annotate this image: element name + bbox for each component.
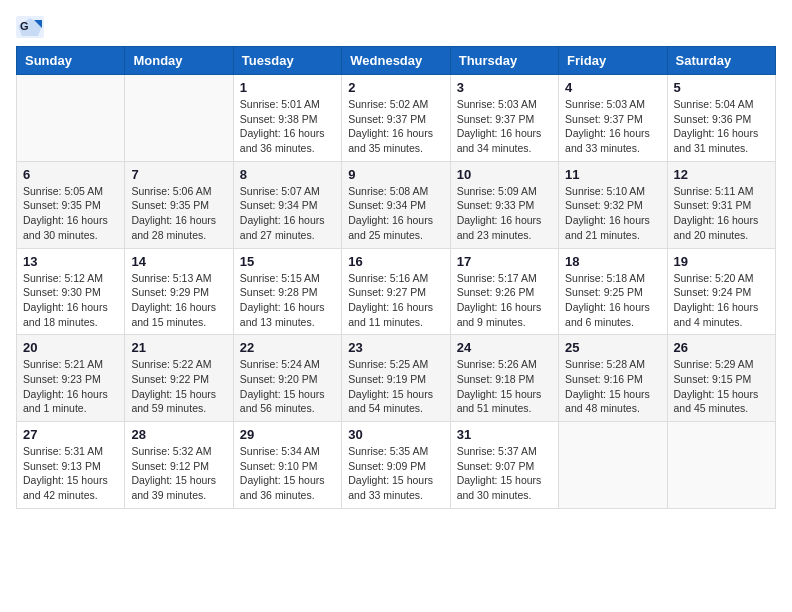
- day-number: 29: [240, 427, 335, 442]
- day-number: 31: [457, 427, 552, 442]
- day-number: 13: [23, 254, 118, 269]
- day-detail: Sunrise: 5:24 AM Sunset: 9:20 PM Dayligh…: [240, 357, 335, 416]
- day-number: 10: [457, 167, 552, 182]
- day-detail: Sunrise: 5:25 AM Sunset: 9:19 PM Dayligh…: [348, 357, 443, 416]
- calendar-week-row: 6Sunrise: 5:05 AM Sunset: 9:35 PM Daylig…: [17, 161, 776, 248]
- day-detail: Sunrise: 5:32 AM Sunset: 9:12 PM Dayligh…: [131, 444, 226, 503]
- calendar-cell: 30Sunrise: 5:35 AM Sunset: 9:09 PM Dayli…: [342, 422, 450, 509]
- day-number: 2: [348, 80, 443, 95]
- day-number: 21: [131, 340, 226, 355]
- calendar-week-row: 20Sunrise: 5:21 AM Sunset: 9:23 PM Dayli…: [17, 335, 776, 422]
- calendar-cell: 29Sunrise: 5:34 AM Sunset: 9:10 PM Dayli…: [233, 422, 341, 509]
- day-number: 30: [348, 427, 443, 442]
- day-detail: Sunrise: 5:15 AM Sunset: 9:28 PM Dayligh…: [240, 271, 335, 330]
- day-detail: Sunrise: 5:01 AM Sunset: 9:38 PM Dayligh…: [240, 97, 335, 156]
- day-detail: Sunrise: 5:26 AM Sunset: 9:18 PM Dayligh…: [457, 357, 552, 416]
- day-detail: Sunrise: 5:05 AM Sunset: 9:35 PM Dayligh…: [23, 184, 118, 243]
- weekday-header-row: SundayMondayTuesdayWednesdayThursdayFrid…: [17, 47, 776, 75]
- day-detail: Sunrise: 5:34 AM Sunset: 9:10 PM Dayligh…: [240, 444, 335, 503]
- day-detail: Sunrise: 5:09 AM Sunset: 9:33 PM Dayligh…: [457, 184, 552, 243]
- day-detail: Sunrise: 5:07 AM Sunset: 9:34 PM Dayligh…: [240, 184, 335, 243]
- day-number: 25: [565, 340, 660, 355]
- calendar-cell: 28Sunrise: 5:32 AM Sunset: 9:12 PM Dayli…: [125, 422, 233, 509]
- calendar-week-row: 27Sunrise: 5:31 AM Sunset: 9:13 PM Dayli…: [17, 422, 776, 509]
- day-number: 7: [131, 167, 226, 182]
- day-number: 9: [348, 167, 443, 182]
- day-number: 28: [131, 427, 226, 442]
- calendar-cell: 17Sunrise: 5:17 AM Sunset: 9:26 PM Dayli…: [450, 248, 558, 335]
- calendar-cell: 10Sunrise: 5:09 AM Sunset: 9:33 PM Dayli…: [450, 161, 558, 248]
- day-number: 24: [457, 340, 552, 355]
- day-number: 18: [565, 254, 660, 269]
- calendar-cell: 13Sunrise: 5:12 AM Sunset: 9:30 PM Dayli…: [17, 248, 125, 335]
- day-detail: Sunrise: 5:04 AM Sunset: 9:36 PM Dayligh…: [674, 97, 769, 156]
- calendar-cell: 25Sunrise: 5:28 AM Sunset: 9:16 PM Dayli…: [559, 335, 667, 422]
- day-number: 12: [674, 167, 769, 182]
- calendar-cell: 4Sunrise: 5:03 AM Sunset: 9:37 PM Daylig…: [559, 75, 667, 162]
- calendar-cell: 22Sunrise: 5:24 AM Sunset: 9:20 PM Dayli…: [233, 335, 341, 422]
- day-number: 19: [674, 254, 769, 269]
- calendar-cell: 21Sunrise: 5:22 AM Sunset: 9:22 PM Dayli…: [125, 335, 233, 422]
- day-detail: Sunrise: 5:13 AM Sunset: 9:29 PM Dayligh…: [131, 271, 226, 330]
- calendar-cell: 31Sunrise: 5:37 AM Sunset: 9:07 PM Dayli…: [450, 422, 558, 509]
- day-number: 11: [565, 167, 660, 182]
- weekday-header: Sunday: [17, 47, 125, 75]
- calendar-cell: 19Sunrise: 5:20 AM Sunset: 9:24 PM Dayli…: [667, 248, 775, 335]
- calendar-cell: 16Sunrise: 5:16 AM Sunset: 9:27 PM Dayli…: [342, 248, 450, 335]
- calendar-week-row: 1Sunrise: 5:01 AM Sunset: 9:38 PM Daylig…: [17, 75, 776, 162]
- day-number: 6: [23, 167, 118, 182]
- calendar-cell: 8Sunrise: 5:07 AM Sunset: 9:34 PM Daylig…: [233, 161, 341, 248]
- svg-text:G: G: [20, 20, 29, 32]
- calendar-cell: 20Sunrise: 5:21 AM Sunset: 9:23 PM Dayli…: [17, 335, 125, 422]
- calendar-cell: 15Sunrise: 5:15 AM Sunset: 9:28 PM Dayli…: [233, 248, 341, 335]
- day-detail: Sunrise: 5:22 AM Sunset: 9:22 PM Dayligh…: [131, 357, 226, 416]
- calendar-cell: 12Sunrise: 5:11 AM Sunset: 9:31 PM Dayli…: [667, 161, 775, 248]
- weekday-header: Thursday: [450, 47, 558, 75]
- calendar-cell: 24Sunrise: 5:26 AM Sunset: 9:18 PM Dayli…: [450, 335, 558, 422]
- day-detail: Sunrise: 5:12 AM Sunset: 9:30 PM Dayligh…: [23, 271, 118, 330]
- day-number: 14: [131, 254, 226, 269]
- day-number: 17: [457, 254, 552, 269]
- weekday-header: Saturday: [667, 47, 775, 75]
- day-number: 5: [674, 80, 769, 95]
- calendar-table: SundayMondayTuesdayWednesdayThursdayFrid…: [16, 46, 776, 509]
- calendar-cell: 1Sunrise: 5:01 AM Sunset: 9:38 PM Daylig…: [233, 75, 341, 162]
- calendar-cell: 18Sunrise: 5:18 AM Sunset: 9:25 PM Dayli…: [559, 248, 667, 335]
- day-detail: Sunrise: 5:20 AM Sunset: 9:24 PM Dayligh…: [674, 271, 769, 330]
- logo-icon: G: [16, 16, 44, 38]
- day-detail: Sunrise: 5:11 AM Sunset: 9:31 PM Dayligh…: [674, 184, 769, 243]
- day-detail: Sunrise: 5:02 AM Sunset: 9:37 PM Dayligh…: [348, 97, 443, 156]
- day-number: 20: [23, 340, 118, 355]
- calendar-cell: [667, 422, 775, 509]
- calendar-cell: 11Sunrise: 5:10 AM Sunset: 9:32 PM Dayli…: [559, 161, 667, 248]
- day-number: 4: [565, 80, 660, 95]
- day-detail: Sunrise: 5:29 AM Sunset: 9:15 PM Dayligh…: [674, 357, 769, 416]
- day-detail: Sunrise: 5:03 AM Sunset: 9:37 PM Dayligh…: [565, 97, 660, 156]
- weekday-header: Tuesday: [233, 47, 341, 75]
- calendar-cell: 23Sunrise: 5:25 AM Sunset: 9:19 PM Dayli…: [342, 335, 450, 422]
- calendar-cell: 3Sunrise: 5:03 AM Sunset: 9:37 PM Daylig…: [450, 75, 558, 162]
- calendar-cell: 27Sunrise: 5:31 AM Sunset: 9:13 PM Dayli…: [17, 422, 125, 509]
- weekday-header: Friday: [559, 47, 667, 75]
- day-number: 8: [240, 167, 335, 182]
- day-detail: Sunrise: 5:18 AM Sunset: 9:25 PM Dayligh…: [565, 271, 660, 330]
- day-detail: Sunrise: 5:06 AM Sunset: 9:35 PM Dayligh…: [131, 184, 226, 243]
- day-detail: Sunrise: 5:10 AM Sunset: 9:32 PM Dayligh…: [565, 184, 660, 243]
- day-detail: Sunrise: 5:17 AM Sunset: 9:26 PM Dayligh…: [457, 271, 552, 330]
- day-number: 15: [240, 254, 335, 269]
- day-number: 1: [240, 80, 335, 95]
- calendar-cell: 26Sunrise: 5:29 AM Sunset: 9:15 PM Dayli…: [667, 335, 775, 422]
- day-detail: Sunrise: 5:31 AM Sunset: 9:13 PM Dayligh…: [23, 444, 118, 503]
- calendar-cell: 6Sunrise: 5:05 AM Sunset: 9:35 PM Daylig…: [17, 161, 125, 248]
- day-number: 3: [457, 80, 552, 95]
- day-detail: Sunrise: 5:03 AM Sunset: 9:37 PM Dayligh…: [457, 97, 552, 156]
- page-header: G: [16, 16, 776, 38]
- day-number: 16: [348, 254, 443, 269]
- day-detail: Sunrise: 5:37 AM Sunset: 9:07 PM Dayligh…: [457, 444, 552, 503]
- day-number: 27: [23, 427, 118, 442]
- calendar-cell: 5Sunrise: 5:04 AM Sunset: 9:36 PM Daylig…: [667, 75, 775, 162]
- logo: G: [16, 16, 48, 38]
- day-detail: Sunrise: 5:08 AM Sunset: 9:34 PM Dayligh…: [348, 184, 443, 243]
- day-detail: Sunrise: 5:35 AM Sunset: 9:09 PM Dayligh…: [348, 444, 443, 503]
- calendar-cell: 9Sunrise: 5:08 AM Sunset: 9:34 PM Daylig…: [342, 161, 450, 248]
